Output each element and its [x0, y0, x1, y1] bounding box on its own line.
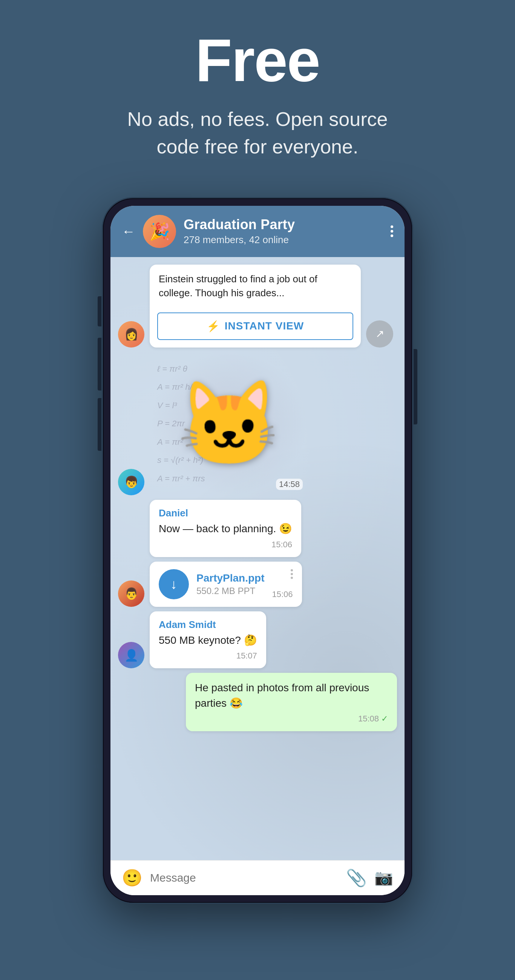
adam-bubble: Adam Smidt 550 MB keynote? 🤔 15:07 — [150, 611, 266, 669]
file-size: 550.2 MB PPT — [196, 586, 264, 596]
read-checkmark: ✓ — [381, 714, 388, 724]
emoji-button[interactable]: 🙂 — [122, 868, 142, 888]
lightning-icon: ⚡ — [207, 320, 220, 332]
outgoing-time-value: 15:08 — [358, 714, 379, 724]
outgoing-bubble-text: He pasted in photos from all previous pa… — [195, 680, 388, 711]
chat-name: Graduation Party — [183, 217, 383, 232]
file-info: PartyPlan.ppt 550.2 MB PPT — [196, 572, 264, 596]
daniel-message-row: Daniel Now — back to planning. 😉 15:06 — [118, 500, 397, 557]
cat-sticker: 🐱 — [177, 382, 281, 465]
article-bubble: Einstein struggled to find a job out of … — [150, 265, 361, 347]
adam-bubble-time: 15:07 — [159, 651, 257, 661]
outgoing-message-row: He pasted in photos from all previous pa… — [118, 673, 397, 731]
daniel-bubble: Daniel Now — back to planning. 😉 15:06 — [150, 500, 301, 557]
phone-button-volume-silent — [98, 296, 101, 326]
sticker-container: ℓ = πr² θ A = πr² h/s V = l³ P = 2πr A =… — [150, 352, 308, 495]
download-icon: ↓ — [171, 576, 177, 592]
instant-view-label: INSTANT VIEW — [225, 320, 304, 332]
phone-frame: ← 🎉 Graduation Party 278 members, 42 onl… — [103, 198, 412, 903]
sticker-time: 14:58 — [276, 479, 303, 490]
chat-info: Graduation Party 278 members, 42 online — [183, 217, 383, 246]
phone-wrapper: ← 🎉 Graduation Party 278 members, 42 onl… — [103, 198, 412, 903]
hero-title: Free — [195, 30, 320, 91]
article-message-row: 👩 Einstein struggled to find a job out o… — [118, 265, 397, 347]
adam-sender-name: Adam Smidt — [159, 619, 257, 631]
outgoing-bubble: He pasted in photos from all previous pa… — [186, 673, 397, 731]
hero-section: Free No ads, no fees. Open source code f… — [0, 0, 515, 183]
outgoing-bubble-time: 15:08 ✓ — [195, 714, 388, 724]
attach-button[interactable]: 📎 — [346, 868, 367, 888]
camera-button[interactable]: 📷 — [375, 869, 393, 886]
daniel-sender-name: Daniel — [159, 508, 292, 519]
hero-subtitle: No ads, no fees. Open source code free f… — [107, 105, 408, 161]
phone-button-volume-up — [98, 338, 101, 390]
chat-members: 278 members, 42 online — [183, 234, 383, 246]
adam-bubble-text: 550 MB keynote? 🤔 — [159, 633, 257, 648]
adam-message-row: 👤 Adam Smidt 550 MB keynote? 🤔 15:07 — [118, 611, 397, 669]
chat-messages: 👩 Einstein struggled to find a job out o… — [110, 257, 405, 860]
adam-sender-avatar: 👤 — [118, 642, 144, 668]
daniel-bubble-text: Now — back to planning. 😉 — [159, 521, 292, 537]
chat-avatar: 🎉 — [143, 215, 176, 248]
file-bubble: ↓ PartyPlan.ppt 550.2 MB PPT — [150, 562, 302, 607]
file-more-button[interactable] — [291, 569, 293, 579]
file-name: PartyPlan.ppt — [196, 572, 264, 584]
input-bar: 🙂 📎 📷 — [110, 860, 405, 895]
back-button[interactable]: ← — [122, 224, 136, 238]
instant-view-button[interactable]: ⚡ INSTANT VIEW — [157, 312, 353, 340]
article-text: Einstein struggled to find a job out of … — [159, 272, 352, 301]
message-input[interactable] — [150, 872, 338, 884]
share-button[interactable]: ↗ — [366, 320, 393, 347]
dot-1 — [391, 225, 393, 228]
dot-2 — [391, 230, 393, 232]
more-button[interactable] — [391, 225, 393, 237]
sticker-sender-avatar: 👦 — [118, 469, 144, 495]
dot-3 — [391, 234, 393, 237]
article-content: Einstein struggled to find a job out of … — [150, 265, 361, 306]
phone-button-volume-down — [98, 398, 101, 451]
phone-button-power — [414, 349, 417, 425]
sticker-row: 👦 ℓ = πr² θ A = πr² h/s V = l³ P = 2πr A… — [118, 352, 397, 495]
daniel-bubble-time: 15:06 — [159, 540, 292, 550]
article-sender-avatar: 👩 — [118, 321, 144, 347]
share-icon: ↗ — [376, 328, 384, 340]
file-message-row: 👨 ↓ PartyPlan.ppt 550.2 MB PPT — [118, 562, 397, 607]
file-sender-avatar: 👨 — [118, 581, 144, 607]
chat-header: ← 🎉 Graduation Party 278 members, 42 onl… — [110, 206, 405, 257]
file-time: 15:06 — [272, 590, 293, 599]
phone-screen: ← 🎉 Graduation Party 278 members, 42 onl… — [110, 206, 405, 895]
download-button[interactable]: ↓ — [159, 569, 189, 599]
